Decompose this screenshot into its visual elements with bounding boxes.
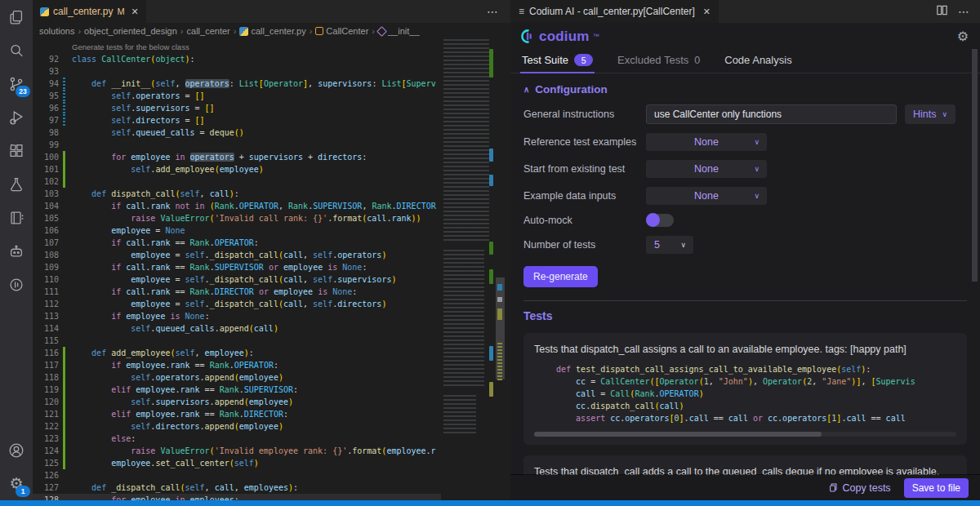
code-text: self.operators = [] [65,90,205,102]
code-line[interactable]: 116 def add_employee(self, employee): [33,347,441,359]
code-line[interactable]: 126 [33,469,441,482]
more-actions-icon[interactable]: ⋯ [487,0,510,23]
line-number: 114 [33,322,59,335]
code-line[interactable]: 92class CallCenter(object): [33,53,441,65]
codelens-generate-tests[interactable]: Generate tests for the below class [33,39,510,53]
tab-call-center-py[interactable]: call_center.py M ✕ [33,0,146,23]
breadcrumb-item[interactable]: CallCenter [326,26,368,36]
example-data-inputs-select[interactable]: None∨ [646,187,767,205]
notebook-icon[interactable] [0,201,33,234]
code-text: raise ValueError('Invalid employee rank:… [65,445,436,457]
code-line[interactable]: 94 def __init__(self, operators: List[Op… [33,78,441,90]
code-line[interactable]: 122 self.directors.append(employee) [33,420,441,433]
code-line[interactable]: 115 [33,335,441,347]
close-icon[interactable]: ✕ [703,7,710,17]
code-line[interactable]: 120 self.supervisors.append(employee) [33,396,441,408]
editor-scrollbar[interactable] [496,39,505,484]
general-instructions-input[interactable]: use CallCenter only functions [646,104,897,124]
codium-icon[interactable] [0,268,33,301]
breadcrumb-item[interactable]: solutions [39,26,74,36]
code-line[interactable]: 117 if employee.rank == Rank.OPERATOR: [33,359,441,371]
code-lines[interactable]: 92class CallCenter(object):9394 def __in… [33,53,441,500]
code-line[interactable]: 103 def dispatch_call(self, call): [33,188,441,200]
close-icon[interactable]: ✕ [131,7,139,17]
gear-icon[interactable]: ⚙ [957,29,969,44]
start-from-existing-test-select[interactable]: None∨ [646,160,767,178]
breadcrumb-item[interactable]: __init__ [388,26,420,36]
extensions-icon[interactable] [0,134,33,167]
line-number: 96 [33,102,59,114]
code-line[interactable]: 118 self.operators.append(employee) [33,371,441,384]
code-line[interactable]: 95 self.operators = [] [33,90,441,102]
tests-title: Tests [523,309,967,322]
code-line[interactable]: 123 else: [33,433,441,445]
tab-count: 0 [694,55,700,66]
code-line[interactable]: 113 if employee is None: [33,310,441,322]
hints-button[interactable]: Hints∨ [905,104,956,124]
code-line[interactable]: 100 for employee in operators + supervis… [33,151,441,163]
code-line[interactable]: 110 employee = self._dispatch_call(call,… [33,273,441,286]
more-actions-icon[interactable]: ⋯ [958,5,970,18]
code-line[interactable]: 114 self.queued_calls.append(call) [33,322,441,335]
explorer-icon[interactable] [0,0,33,33]
code-line[interactable]: 124 raise ValueError('Invalid employee r… [33,445,441,457]
breadcrumb[interactable]: solutions›object_oriented_design›call_ce… [33,23,510,39]
testing-icon[interactable] [0,167,33,201]
number-of-tests-select[interactable]: 5∨ [646,236,693,254]
save-to-file-button[interactable]: Save to file [904,478,969,498]
breadcrumb-item[interactable]: call_center.py [251,26,305,36]
code-line[interactable]: 105 raise ValueError('Invalid call rank:… [33,212,441,224]
code-editor[interactable]: Generate tests for the below class 92cla… [33,39,510,500]
minimap[interactable] [441,39,496,441]
run-debug-icon[interactable] [0,100,33,134]
breadcrumb-separator: › [180,26,184,36]
code-line[interactable]: 121 elif employee.rank == Rank.DIRECTOR: [33,408,441,420]
code-line[interactable]: 108 employee = self._dispatch_call(call,… [33,249,441,261]
account-icon[interactable] [0,433,33,467]
tab-excluded-tests[interactable]: Excluded Tests0 [617,54,700,73]
code-line[interactable]: 111 if call.rank == Rank.DIRECTOR or emp… [33,286,441,298]
code-line[interactable]: 109 if call.rank == Rank.SUPERVISOR or e… [33,261,441,273]
tab-codium-ai[interactable]: ≡ Codium AI - call_center.py[CallCenter]… [510,0,719,23]
code-line[interactable]: 101 self.add_employee(employee) [33,163,441,175]
code-line[interactable]: 93 [33,65,441,78]
highlighted-word: operators [190,153,234,162]
code-line[interactable]: 107 if call.rank == Rank.OPERATOR: [33,237,441,249]
code-line[interactable]: 112 employee = self._dispatch_call(call,… [33,298,441,310]
code-line[interactable]: 98 self.queued_calls = deque() [33,126,441,139]
breadcrumb-item[interactable]: object_oriented_design [84,26,177,36]
source-control-icon[interactable]: 23 [0,67,33,100]
code-line[interactable]: 97 self.directors = [] [33,114,441,126]
code-text: self.add_employee(employee) [65,163,264,175]
code-line[interactable]: 125 employee.set_call_center(self) [33,457,441,469]
search-icon[interactable] [0,33,33,67]
horizontal-scrollbar[interactable] [534,432,956,437]
chat-icon[interactable] [0,234,33,268]
tab-code-analysis[interactable]: Code Analysis [724,54,791,73]
copy-tests-button[interactable]: Copy tests [827,482,891,494]
code-line[interactable]: 104 if call.rank not in (Rank.OPERATOR, … [33,200,441,212]
code-line[interactable]: 106 employee = None [33,224,441,237]
split-editor-icon[interactable] [936,4,948,20]
code-line[interactable]: 119 elif employee.rank == Rank.SUPERVISO… [33,384,441,396]
line-number: 122 [33,420,59,433]
regenerate-button[interactable]: Re-generate [523,266,598,287]
code-line[interactable]: 102 [33,175,441,188]
panel-scrollbar-thumb[interactable] [972,49,978,282]
auto-mock-toggle[interactable] [646,214,674,227]
test-code-line: assert cc.operators[0].call == call or c… [534,412,956,424]
test-code-block[interactable]: def test_dispatch_call_assigns_call_to_a… [534,363,956,424]
code-line[interactable]: 128 for employee in employees: [33,494,441,500]
tab-test-suite[interactable]: Test Suite5 [522,54,593,73]
code-line[interactable]: 127 def _dispatch_call(self, call, emplo… [33,482,441,494]
breadcrumb-item[interactable]: call_center [187,26,230,36]
select-value: None [646,190,767,202]
settings-icon[interactable]: ⚙1 [0,467,33,500]
code-line[interactable]: 96 self.supervisors = [] [33,102,441,114]
scrollbar-thumb[interactable] [534,432,822,437]
reference-test-examples-select[interactable]: None∨ [646,133,767,151]
line-number: 104 [33,200,59,212]
code-line[interactable]: 99 [33,139,441,151]
configuration-header[interactable]: ∧ Configuration [523,83,956,95]
minimap-change-mark [489,175,493,186]
